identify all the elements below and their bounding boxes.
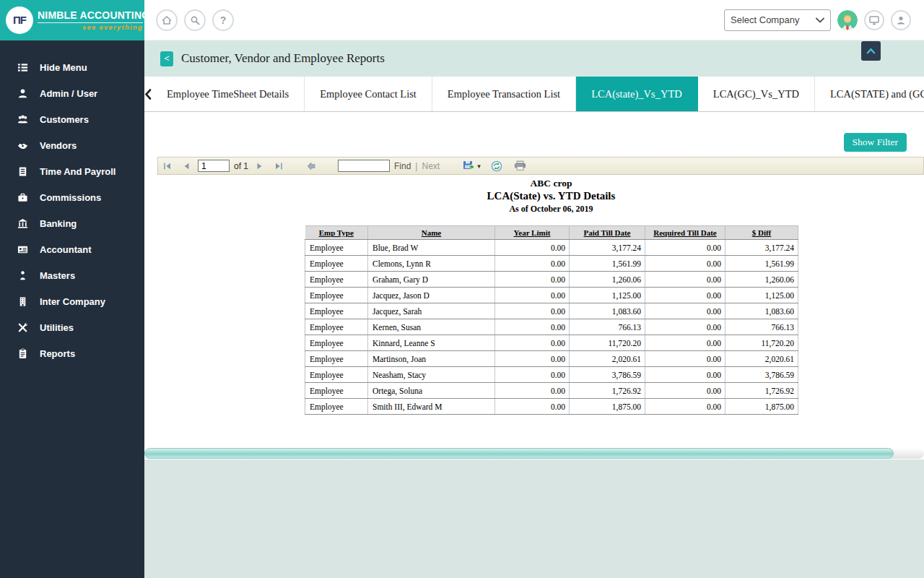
export-save-icon: [463, 160, 474, 171]
report-tab[interactable]: Employee TimeSheet Details: [152, 77, 305, 111]
find-next-link[interactable]: Next: [422, 161, 440, 171]
prev-page-icon: [182, 162, 191, 171]
sidebar-item[interactable]: Reports: [0, 340, 144, 366]
cell-emp-type: Employee: [305, 367, 368, 383]
search-button[interactable]: [184, 9, 206, 31]
sidebar-item[interactable]: Masters: [0, 262, 144, 288]
first-page-button[interactable]: [162, 161, 173, 171]
print-icon: [514, 160, 526, 171]
find-link[interactable]: Find: [394, 161, 411, 171]
cell-emp-type: Employee: [305, 240, 368, 256]
table-row: Employee Kinnard, Leanne S 0.00 11,720.2…: [305, 335, 798, 351]
bank-icon: [17, 218, 28, 229]
cell-name: Jacquez, Sarah: [368, 303, 495, 319]
sidebar-item[interactable]: Inter Company: [0, 288, 144, 314]
sidebar-item[interactable]: Hide Menu: [0, 54, 144, 80]
report-as-of-date: As of October 06, 2019: [305, 204, 798, 215]
cell-year-limit: 0.00: [495, 335, 570, 351]
cell-required-till-date: 0.00: [645, 256, 725, 272]
tabs-scroll-left-button[interactable]: [144, 77, 152, 111]
search-icon: [190, 15, 200, 25]
next-page-icon: [256, 162, 264, 171]
parent-report-button[interactable]: [305, 161, 318, 171]
user-avatar[interactable]: [837, 10, 858, 30]
sidebar-item-label: Inter Company: [40, 296, 105, 307]
users-icon: [17, 114, 28, 125]
monitor-icon: [869, 15, 879, 25]
scroll-top-button[interactable]: [861, 41, 881, 61]
cell-diff: 1,260.06: [725, 272, 798, 288]
horizontal-scrollbar-thumb[interactable]: [144, 448, 894, 459]
sidebar-item[interactable]: Commissions: [0, 184, 144, 210]
idcard-icon: [17, 244, 28, 255]
cell-required-till-date: 0.00: [645, 383, 725, 399]
cell-diff: 3,786.59: [725, 367, 798, 383]
cell-paid-till-date: 2,020.61: [570, 351, 645, 367]
report-tab[interactable]: Employee Transaction List: [432, 77, 576, 111]
page-number-input[interactable]: [198, 160, 230, 172]
cell-required-till-date: 0.00: [645, 303, 725, 319]
page-title: Customer, Vendor and Employee Reports: [181, 51, 385, 66]
back-button[interactable]: <: [160, 51, 173, 66]
cell-emp-type: Employee: [305, 351, 368, 367]
table-row: Employee Neasham, Stacy 0.00 3,786.59 0.…: [305, 367, 798, 383]
sidebar-item[interactable]: Customers: [0, 106, 144, 132]
last-page-icon: [274, 162, 283, 171]
table-row: Employee Clemons, Lynn R 0.00 1,561.99 0…: [305, 256, 798, 272]
company-select[interactable]: Select Company: [724, 9, 831, 31]
brand-name: NIMBLE ACCOUNTING: [38, 9, 143, 21]
cell-name: Kernen, Susan: [368, 319, 495, 335]
report-tab[interactable]: Employee Contact List: [305, 77, 432, 111]
last-page-button[interactable]: [273, 161, 284, 171]
sidebar-item[interactable]: Utilities: [0, 314, 144, 340]
sidebar-item[interactable]: Admin / User: [0, 80, 144, 106]
back-arrow-icon: [306, 162, 316, 171]
show-filter-button[interactable]: Show Filter: [844, 133, 907, 152]
help-button[interactable]: ?: [212, 9, 234, 31]
export-button[interactable]: [461, 160, 476, 172]
refresh-button[interactable]: [489, 160, 504, 173]
cell-name: Martinson, Joan: [368, 351, 495, 367]
table-row: Employee Graham, Gary D 0.00 1,260.06 0.…: [305, 272, 798, 288]
briefcase-icon: [17, 192, 28, 203]
cell-paid-till-date: 1,726.92: [570, 383, 645, 399]
export-menu-caret[interactable]: ▾: [477, 163, 481, 170]
find-text-input[interactable]: [338, 160, 390, 172]
sidebar-item[interactable]: Time And Payroll: [0, 158, 144, 184]
cell-paid-till-date: 1,875.00: [570, 399, 645, 415]
home-button[interactable]: [156, 9, 178, 31]
help-icon: ?: [220, 14, 227, 26]
table-row: Employee Kernen, Susan 0.00 766.13 0.00 …: [305, 319, 798, 335]
sidebar-item-label: Commissions: [40, 192, 101, 203]
cell-paid-till-date: 11,720.20: [570, 335, 645, 351]
cell-paid-till-date: 3,786.59: [570, 367, 645, 383]
breadcrumb: < Customer, Vendor and Employee Reports: [144, 40, 924, 77]
cell-required-till-date: 0.00: [645, 319, 725, 335]
print-button[interactable]: [513, 160, 528, 172]
brand-logo[interactable]: ΠF NIMBLE ACCOUNTING see everything: [0, 0, 144, 40]
report-tabs-bar: Employee TimeSheet Details Employee Cont…: [144, 77, 924, 112]
sidebar-item[interactable]: Vendors: [0, 132, 144, 158]
cell-year-limit: 0.00: [495, 367, 570, 383]
cell-emp-type: Employee: [305, 383, 368, 399]
cell-paid-till-date: 1,561.99: [570, 256, 645, 272]
horizontal-scrollbar-track[interactable]: [144, 448, 924, 459]
report-tab[interactable]: LCA(STATE) and (GC)_vs._YTD: [815, 77, 924, 111]
person-icon: [17, 270, 28, 281]
sidebar-item-label: Admin / User: [40, 88, 97, 99]
user-icon: [896, 15, 906, 25]
report-tab[interactable]: LCA(state)_Vs_YTD: [576, 77, 698, 111]
prev-page-button[interactable]: [180, 161, 192, 171]
bottom-panel: [144, 460, 924, 578]
monitor-button[interactable]: [864, 10, 884, 30]
column-header: Name: [368, 226, 495, 240]
column-header: Emp Type: [305, 226, 368, 240]
sidebar-item[interactable]: Accountant: [0, 236, 144, 262]
account-button[interactable]: [891, 10, 911, 30]
next-page-button[interactable]: [254, 161, 266, 171]
sidebar-item[interactable]: Banking: [0, 210, 144, 236]
sidebar-menu: Hide Menu Admin / User Customers Vendors…: [0, 40, 144, 366]
report-tab[interactable]: LCA(GC)_Vs_YTD: [698, 77, 815, 111]
table-row: Employee Jacquez, Jason D 0.00 1,125.00 …: [305, 288, 798, 303]
top-bar: ΠF NIMBLE ACCOUNTING see everything ? Se…: [0, 0, 924, 40]
